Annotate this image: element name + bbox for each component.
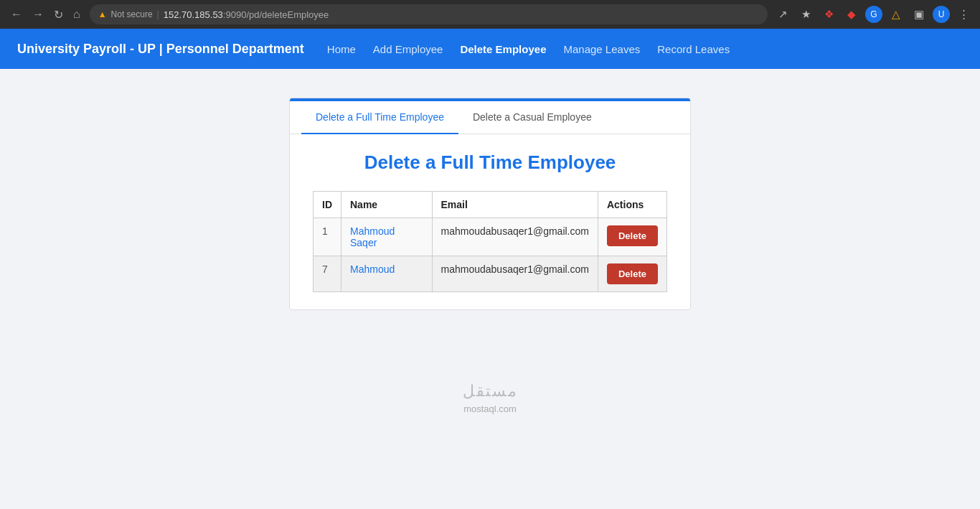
profile-avatar[interactable]: G — [865, 6, 882, 23]
separator: | — [157, 9, 159, 19]
table-row: 7 Mahmoud mahmoudabusaqer1@gmail.com Del… — [314, 256, 667, 292]
row2-actions: Delete — [598, 256, 666, 292]
footer: مستقل mostaql.com — [0, 368, 980, 429]
main-content: Delete a Full Time Employee Delete a Cas… — [0, 69, 980, 339]
user-avatar[interactable]: U — [933, 6, 950, 23]
col-id: ID — [314, 192, 341, 218]
alert-icon[interactable]: △ — [887, 5, 905, 24]
navbar: University Payroll - UP | Personnel Depa… — [0, 29, 980, 69]
row2-name: Mahmoud — [341, 256, 433, 292]
home-button[interactable]: ⌂ — [70, 6, 84, 22]
col-actions: Actions — [598, 192, 666, 218]
nav-record-leaves[interactable]: Record Leaves — [657, 43, 730, 55]
page-title: Delete a Full Time Employee — [313, 151, 667, 174]
back-button[interactable]: ← — [7, 6, 26, 22]
main-card: Delete a Full Time Employee Delete a Cas… — [289, 98, 691, 310]
footer-tagline: mostaql.com — [14, 403, 966, 414]
forward-button[interactable]: → — [29, 6, 47, 22]
nav-add-employee[interactable]: Add Employee — [373, 43, 443, 55]
row2-id: 7 — [314, 256, 341, 292]
nav-manage-leaves[interactable]: Manage Leaves — [563, 43, 640, 55]
navbar-brand: University Payroll - UP | Personnel Depa… — [17, 42, 304, 57]
nav-home[interactable]: Home — [327, 43, 356, 55]
row1-name: Mahmoud Saqer — [341, 218, 433, 256]
employee-table: ID Name Email Actions 1 Mahmoud Saqer ma… — [313, 191, 667, 292]
row1-email: mahmoudabusaqer1@gmail.com — [432, 218, 598, 256]
card-body: Delete a Full Time Employee ID Name Emai… — [290, 134, 690, 309]
extension-icon-2[interactable]: ◆ — [842, 5, 861, 24]
row1-delete-button[interactable]: Delete — [607, 225, 658, 246]
table-header-row: ID Name Email Actions — [314, 192, 667, 218]
row1-id: 1 — [314, 218, 341, 256]
tab-bar: Delete a Full Time Employee Delete a Cas… — [290, 101, 690, 134]
table-row: 1 Mahmoud Saqer mahmoudabusaqer1@gmail.c… — [314, 218, 667, 256]
browser-nav-buttons: ← → ↻ ⌂ — [7, 6, 84, 23]
footer-logo: مستقل — [14, 382, 966, 401]
row2-delete-button[interactable]: Delete — [607, 263, 658, 284]
reload-button[interactable]: ↻ — [50, 6, 67, 23]
row1-actions: Delete — [598, 218, 666, 256]
address-bar[interactable]: ▲ Not secure | 152.70.185.53:9090/pd/del… — [90, 4, 768, 24]
extension-icon-1[interactable]: ❖ — [819, 5, 838, 24]
nav-delete-employee[interactable]: Delete Employee — [460, 43, 546, 55]
tab-full-time-employee[interactable]: Delete a Full Time Employee — [301, 101, 458, 134]
not-secure-label: Not secure — [111, 9, 153, 19]
menu-icon[interactable]: ⋮ — [954, 5, 973, 24]
security-icon: ▲ — [98, 9, 107, 19]
browser-actions: ↗ ★ ❖ ◆ G △ ▣ U ⋮ — [773, 5, 973, 24]
navbar-links: Home Add Employee Delete Employee Manage… — [327, 43, 730, 55]
tab-casual-employee[interactable]: Delete a Casual Employee — [458, 101, 606, 134]
share-icon[interactable]: ↗ — [773, 5, 792, 24]
col-name: Name — [341, 192, 433, 218]
url-display: 152.70.185.53:9090/pd/deleteEmployee — [164, 9, 329, 20]
table-body: 1 Mahmoud Saqer mahmoudabusaqer1@gmail.c… — [314, 218, 667, 292]
bookmark-icon[interactable]: ★ — [796, 5, 815, 24]
row2-email: mahmoudabusaqer1@gmail.com — [432, 256, 598, 292]
col-email: Email — [432, 192, 598, 218]
table-header: ID Name Email Actions — [314, 192, 667, 218]
browser-chrome: ← → ↻ ⌂ ▲ Not secure | 152.70.185.53:909… — [0, 0, 980, 29]
puzzle-icon[interactable]: ▣ — [910, 5, 928, 24]
